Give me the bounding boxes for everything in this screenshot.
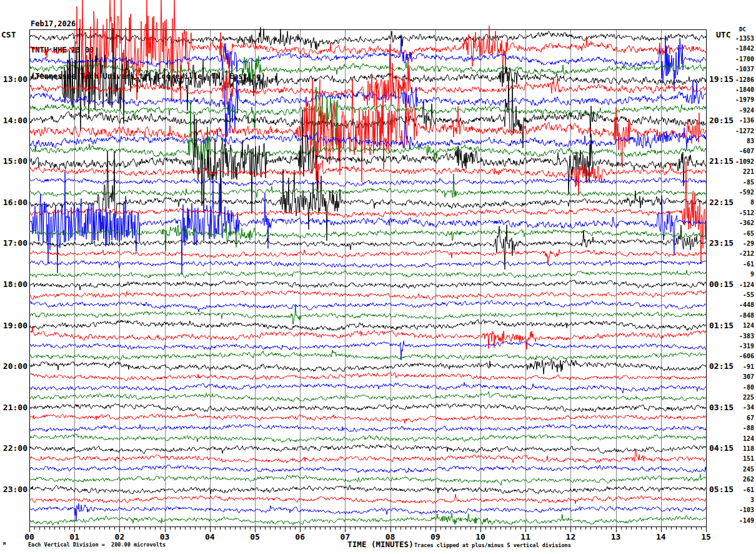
x-tick-label: 15 (697, 532, 715, 541)
dc-value: 124 (712, 435, 754, 442)
x-tick-label: 03 (156, 532, 174, 541)
cst-hour-label: 19:00 (0, 321, 27, 330)
dc-value: -1842 (712, 45, 754, 52)
x-tick-label: 13 (607, 532, 625, 541)
dc-value: -29 (712, 240, 754, 247)
dc-value: -1700 (712, 56, 754, 63)
dc-value: -362 (712, 219, 754, 226)
x-tick-label: 14 (652, 532, 670, 541)
dc-value: 221 (712, 168, 754, 175)
dc-value: -124 (712, 281, 754, 288)
dc-value: -448 (712, 301, 754, 308)
dc-value: -1979 (712, 96, 754, 103)
title-date: Feb17,2026 (31, 19, 266, 28)
dc-value: -383 (712, 333, 754, 340)
dc-value: 245 (712, 466, 754, 473)
left-axis-header: CST (1, 30, 16, 39)
cst-hour-label: 22:00 (0, 443, 27, 453)
cst-hour-label: 16:00 (0, 198, 27, 207)
dc-value: 124 (712, 322, 754, 329)
title-station: TNTU HHE Z3 00 (31, 46, 266, 54)
x-tick-label: 11 (516, 532, 535, 541)
cst-hour-label: 18:00 (0, 280, 27, 289)
dc-value: 67 (712, 415, 754, 421)
dc-value: -88 (712, 425, 754, 431)
cst-hour-label: 17:00 (0, 238, 27, 248)
dc-value: -512 (712, 209, 754, 216)
dc-value: -848 (712, 312, 754, 319)
dc-value: -1840 (712, 86, 754, 93)
title-description: (Tennessee Tech University, Cookeville, … (31, 72, 266, 81)
scale-note: Each Vertical Division = 200.00 microvol… (28, 541, 166, 548)
dc-value: -319 (712, 343, 754, 350)
cst-hour-label: 20:00 (0, 361, 27, 371)
dc-value: 83 (712, 138, 754, 144)
x-tick-label: 01 (65, 532, 84, 541)
dc-value: 9 (712, 271, 754, 278)
cst-hour-label: 13:00 (0, 74, 27, 84)
cst-hour-label: 21:00 (0, 403, 27, 412)
cst-hour-label: 23:00 (0, 485, 27, 494)
dc-value: 307 (712, 373, 754, 380)
dc-value: 8 (712, 199, 754, 206)
helicorder-page: Feb17,2026 TNTU HHE Z3 00 (Tennessee Tec… (0, 0, 756, 554)
dc-value: -607 (712, 148, 754, 154)
dc-value: -136 (712, 117, 754, 124)
dc-value: -606 (712, 353, 754, 360)
dc-value: -212 (712, 250, 754, 257)
x-tick-label: 06 (291, 532, 309, 541)
dc-value: -61 (712, 261, 754, 268)
cst-hour-label: 14:00 (0, 116, 27, 125)
x-tick-label: 04 (201, 532, 219, 541)
dc-value: -1272 (712, 128, 754, 134)
dc-value: 262 (712, 476, 754, 483)
dc-value: -85 (712, 179, 754, 186)
dc-value: -61 (712, 486, 754, 493)
x-tick-label: 05 (246, 532, 264, 541)
dc-value: -34 (712, 404, 754, 411)
dc-value: -80 (712, 384, 754, 391)
dc-value: -924 (712, 107, 754, 114)
dc-column-header: DC (739, 26, 746, 33)
dc-value: -1037 (712, 66, 754, 73)
dc-value: 3 (712, 496, 754, 503)
dc-value: -149 (712, 517, 754, 524)
dc-value: 151 (712, 455, 754, 462)
x-tick-label: 00 (20, 532, 39, 541)
dc-value: -1092 (712, 158, 754, 165)
corner-mark: M (3, 541, 6, 546)
dc-value: -103 (712, 506, 754, 513)
dc-value: -65 (712, 230, 754, 237)
dc-value: -55 (712, 291, 754, 298)
dc-value: 225 (712, 394, 754, 401)
dc-value: -592 (712, 189, 754, 196)
x-tick-label: 10 (471, 532, 490, 541)
x-tick-label: 02 (110, 532, 129, 541)
dc-value: -1353 (712, 35, 754, 42)
clip-note: Traces clipped at plus/minus 5 vertical … (414, 542, 571, 548)
x-tick-label: 12 (561, 532, 580, 541)
title-block: Feb17,2026 TNTU HHE Z3 00 (Tennessee Tec… (31, 2, 266, 98)
cst-hour-label: 15:00 (0, 156, 27, 166)
dc-value: 118 (712, 445, 754, 452)
dc-value: -1286 (712, 76, 754, 83)
dc-value: -91 (712, 363, 754, 370)
